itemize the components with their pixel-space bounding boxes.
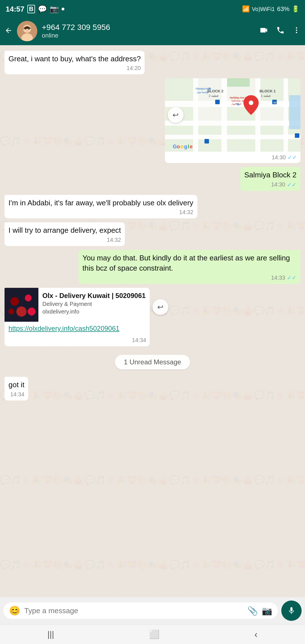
svg-point-6 xyxy=(296,27,297,29)
chat-header: +964 772 309 5956 online xyxy=(0,17,305,45)
chat-area: Great, i want to buy, what's the address… xyxy=(0,45,305,593)
svg-rect-11 xyxy=(165,121,300,126)
message-row: Salmiya Block 2 14:30 ✓✓ xyxy=(5,167,300,191)
message-time: 14:32 xyxy=(107,237,121,243)
svg-rect-20 xyxy=(260,107,284,121)
message-bubble[interactable]: Salmiya Block 2 14:30 ✓✓ xyxy=(240,167,300,191)
svg-rect-49 xyxy=(204,139,209,143)
message-text: I'm in Abdabi, it's far away, we'll prob… xyxy=(8,198,193,208)
message-ticks: ✓✓ xyxy=(287,274,297,281)
message-meta: 14:32 xyxy=(8,209,193,216)
nav-back-icon[interactable]: ‹ xyxy=(254,629,258,640)
svg-rect-48 xyxy=(295,133,299,138)
contact-info[interactable]: +964 772 309 5956 online xyxy=(42,23,255,39)
message-row: got it 14:34 xyxy=(5,377,300,400)
svg-point-7 xyxy=(296,29,297,31)
message-text: Great, i want to buy, what's the address… xyxy=(8,54,141,64)
svg-text:G: G xyxy=(173,144,177,149)
svg-text:BLOCK 1: BLOCK 1 xyxy=(260,89,276,93)
message-time: 14:34 xyxy=(10,391,24,398)
link-message-row: Olx - Delivery Kuwait | 50209061 Deliver… xyxy=(5,288,300,346)
emoji-button[interactable]: 😊 xyxy=(9,605,20,616)
phone-call-icon[interactable] xyxy=(276,26,285,36)
status-time: 14:57 B 💬 📷 xyxy=(6,5,64,14)
svg-text:قطعة 2: قطعة 2 xyxy=(209,94,218,97)
video-call-icon[interactable] xyxy=(259,26,268,37)
svg-text:Olympia Mall: Olympia Mall xyxy=(195,87,210,90)
forward-link-icon[interactable]: ↩ xyxy=(152,299,168,315)
svg-text:o: o xyxy=(177,144,180,149)
camera-status-icon: 📷 xyxy=(50,5,59,14)
signal-bars: Vo)WiFi1 xyxy=(252,6,275,12)
svg-text:1 قطعة: 1 قطعة xyxy=(261,94,271,97)
message-time: 14:30 xyxy=(271,181,285,188)
message-time: 14:33 xyxy=(271,275,285,281)
link-time: 14:34 xyxy=(132,337,146,343)
map-footer: 14:30 ✓✓ xyxy=(165,152,300,163)
back-button[interactable] xyxy=(5,25,12,37)
message-row: You may do that. But kindly do it at the… xyxy=(5,250,300,284)
time-display: 14:57 xyxy=(6,5,25,14)
nav-bar: ||| ⬜ ‹ xyxy=(0,624,305,644)
link-url[interactable]: https://olxdelivery.info/cash50209061 xyxy=(5,322,150,335)
map-ticks: ✓✓ xyxy=(287,154,297,161)
b-icon: B xyxy=(27,5,35,13)
message-bubble[interactable]: You may do that. But kindly do it at the… xyxy=(79,250,300,284)
message-row: Great, i want to buy, what's the address… xyxy=(5,51,300,74)
nav-menu-icon[interactable]: ||| xyxy=(47,630,54,639)
link-bubble[interactable]: Olx - Delivery Kuwait | 50209061 Deliver… xyxy=(5,288,150,346)
svg-text:l: l xyxy=(188,144,189,149)
message-meta: 14:33 ✓✓ xyxy=(82,274,297,281)
wifi-icon: 📶 xyxy=(242,5,250,13)
svg-text:🚌: 🚌 xyxy=(273,100,277,104)
avatar[interactable] xyxy=(17,21,37,41)
message-text: I will try to arrange delivery, expect xyxy=(8,225,121,235)
link-title: Olx - Delivery Kuwait | 50209061 xyxy=(42,292,146,300)
svg-point-8 xyxy=(296,32,297,33)
message-bubble[interactable]: Great, i want to buy, what's the address… xyxy=(5,51,145,74)
dot-indicator xyxy=(62,8,64,10)
message-bubble[interactable]: I will try to arrange delivery, expect 1… xyxy=(5,222,125,246)
link-meta: 14:34 xyxy=(5,335,150,346)
svg-text:اولمبيا مول: اولمبيا مول xyxy=(197,91,209,94)
status-bar: 14:57 B 💬 📷 📶 Vo)WiFi1 63% 🔋 xyxy=(0,0,305,17)
contact-name: +964 772 309 5956 xyxy=(42,23,255,32)
map-bubble[interactable]: BLOCK 2 قطعة 2 BLOCK 1 1 قطعة Holiday In… xyxy=(165,78,300,163)
message-meta: 14:20 xyxy=(8,65,141,71)
status-right: 📶 Vo)WiFi1 63% 🔋 xyxy=(242,5,299,13)
svg-text:o: o xyxy=(180,144,184,149)
map-message-row: BLOCK 2 قطعة 2 BLOCK 1 1 قطعة Holiday In… xyxy=(5,78,300,163)
svg-text:g: g xyxy=(184,144,187,149)
input-bar: 😊 📎 📷 xyxy=(0,597,305,624)
attachment-icon[interactable]: 📎 xyxy=(247,606,258,616)
link-thumb-image xyxy=(5,288,38,322)
message-ticks: ✓✓ xyxy=(287,181,297,188)
more-options-icon[interactable] xyxy=(293,26,300,36)
message-meta: 14:34 xyxy=(8,391,24,398)
message-text: You may do that. But kindly do it at the… xyxy=(82,253,297,273)
svg-text:🛍: 🛍 xyxy=(236,102,239,106)
message-input[interactable] xyxy=(24,606,243,615)
svg-text:e: e xyxy=(190,144,193,149)
forward-map-icon[interactable]: ↩ xyxy=(168,107,184,123)
map-time: 14:30 xyxy=(272,154,286,161)
battery-percent: 63% xyxy=(277,5,289,13)
nav-home-icon[interactable]: ⬜ xyxy=(149,629,160,639)
mic-button[interactable] xyxy=(281,601,302,621)
message-bubble[interactable]: got it 14:34 xyxy=(5,377,28,400)
camera-icon[interactable]: 📷 xyxy=(262,606,272,616)
message-meta: 14:30 ✓✓ xyxy=(244,181,297,188)
svg-rect-16 xyxy=(284,78,288,152)
avatar-image xyxy=(17,21,37,41)
message-row: I will try to arrange delivery, expect 1… xyxy=(5,222,300,246)
link-domain: olxdelivery.info xyxy=(42,308,146,315)
battery-icon: 🔋 xyxy=(292,5,299,13)
message-bubble[interactable]: I'm in Abdabi, it's far away, we'll prob… xyxy=(5,195,197,218)
map-container[interactable]: BLOCK 2 قطعة 2 BLOCK 1 1 قطعة Holiday In… xyxy=(165,78,300,152)
link-subtitle: Delivery & Payment xyxy=(42,301,146,307)
link-thumbnail xyxy=(5,288,38,322)
svg-text:🛍: 🛍 xyxy=(208,87,211,90)
contact-status: online xyxy=(42,32,255,39)
header-actions xyxy=(259,26,300,37)
svg-rect-18 xyxy=(198,107,221,121)
